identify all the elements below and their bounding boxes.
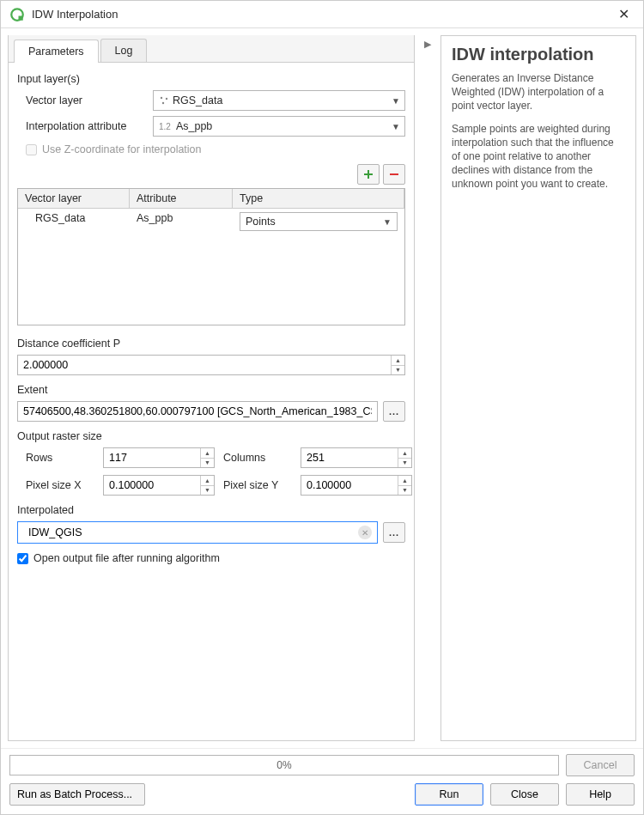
clear-icon[interactable]: ✕ xyxy=(358,526,372,539)
titlebar: IDW Interpolation ✕ xyxy=(1,1,643,28)
open-output-checkbox[interactable] xyxy=(17,553,28,564)
help-title: IDW interpolation xyxy=(452,45,625,64)
svg-rect-7 xyxy=(390,173,398,175)
cancel-button[interactable]: Cancel xyxy=(566,754,635,776)
distance-spinner[interactable]: ▲▼ xyxy=(17,355,405,375)
vector-layer-value: RGS_data xyxy=(173,94,222,106)
collapse-help-button[interactable]: ▶ xyxy=(422,35,434,741)
extent-browse-button[interactable]: ... xyxy=(383,401,405,422)
distance-input[interactable] xyxy=(18,356,391,374)
table-header: Vector layer Attribute Type xyxy=(18,189,404,209)
interpolated-label: Interpolated xyxy=(17,504,405,516)
output-size-grid: Rows ▲▼ Columns ▲▼ Pixel size X ▲▼ xyxy=(26,447,405,496)
cols-label: Columns xyxy=(223,452,292,464)
add-layer-button[interactable] xyxy=(357,164,380,185)
col-vector-header[interactable]: Vector layer xyxy=(18,189,130,208)
output-size-label: Output raster size xyxy=(17,430,405,442)
left-panel: Parameters Log Input layer(s) Vector lay… xyxy=(8,35,415,741)
progress-text: 0% xyxy=(276,759,291,771)
progress-bar: 0% xyxy=(9,755,559,775)
add-remove-buttons xyxy=(17,164,405,185)
parameters-panel: Input layer(s) Vector layer xyxy=(9,63,414,740)
close-button[interactable]: Close xyxy=(490,783,559,806)
open-output-label: Open output file after running algorithm xyxy=(33,552,220,564)
open-output-row: Open output file after running algorithm xyxy=(17,552,405,564)
table-row[interactable]: RGS_data As_ppb Points ▼ xyxy=(18,209,404,234)
help-button[interactable]: Help xyxy=(566,783,635,806)
col-type-header[interactable]: Type xyxy=(233,189,404,208)
tab-log[interactable]: Log xyxy=(100,39,148,62)
use-z-row: Use Z-coordinate for interpolation xyxy=(26,143,405,155)
dialog-window: IDW Interpolation ✕ Parameters Log Input… xyxy=(0,0,644,815)
interp-attr-row: Interpolation attribute 1.2 As_ppb ▼ xyxy=(17,116,405,137)
px-y-input[interactable] xyxy=(301,476,398,495)
qgis-logo-icon xyxy=(9,7,25,22)
px-x-spinner[interactable]: ▲▼ xyxy=(103,475,215,496)
px-x-label: Pixel size X xyxy=(26,479,94,491)
close-icon[interactable]: ✕ xyxy=(613,6,635,22)
interpolated-browse-button[interactable]: ... xyxy=(383,522,405,543)
input-layers-label: Input layer(s) xyxy=(17,73,405,85)
interp-attr-value: As_ppb xyxy=(176,120,212,132)
window-title: IDW Interpolation xyxy=(32,8,613,21)
use-z-label: Use Z-coordinate for interpolation xyxy=(42,143,202,155)
run-button[interactable]: Run xyxy=(415,783,483,806)
px-y-label: Pixel size Y xyxy=(223,479,292,491)
cell-type-value: Points xyxy=(246,216,276,228)
interpolated-field[interactable]: ✕ xyxy=(17,521,378,544)
rows-label: Rows xyxy=(26,452,94,464)
cols-input[interactable] xyxy=(301,448,398,467)
chevron-down-icon: ▼ xyxy=(383,217,392,227)
interpolated-input[interactable] xyxy=(23,522,358,543)
dialog-body: Parameters Log Input layer(s) Vector lay… xyxy=(1,28,643,748)
footer: 0% Cancel Run as Batch Process... Run Cl… xyxy=(1,748,643,814)
field-type-prefix: 1.2 xyxy=(159,122,171,131)
vector-layer-label: Vector layer xyxy=(26,94,146,106)
distance-label: Distance coefficient P xyxy=(17,338,405,350)
svg-point-3 xyxy=(166,98,167,100)
tab-bar: Parameters Log xyxy=(9,35,414,63)
extent-input[interactable] xyxy=(17,401,378,422)
col-attribute-header[interactable]: Attribute xyxy=(130,189,233,208)
points-icon xyxy=(159,95,169,106)
px-x-input[interactable] xyxy=(104,476,200,495)
spin-buttons[interactable]: ▲▼ xyxy=(391,356,404,374)
help-panel: IDW interpolation Generates an Inverse D… xyxy=(440,35,636,741)
tab-parameters[interactable]: Parameters xyxy=(14,40,99,63)
remove-layer-button[interactable] xyxy=(383,164,405,185)
help-paragraph-1: Generates an Inverse Distance Weighted (… xyxy=(452,71,625,113)
cell-attribute: As_ppb xyxy=(130,209,233,234)
rows-spinner[interactable]: ▲▼ xyxy=(103,447,215,468)
svg-rect-6 xyxy=(364,173,373,175)
extent-label: Extent xyxy=(17,384,405,396)
cols-spinner[interactable]: ▲▼ xyxy=(301,447,412,468)
rows-input[interactable] xyxy=(104,448,200,467)
px-y-spinner[interactable]: ▲▼ xyxy=(301,475,412,496)
help-paragraph-2: Sample points are weighted during interp… xyxy=(452,122,625,192)
svg-rect-1 xyxy=(19,15,23,20)
vector-layer-combo[interactable]: RGS_data ▼ xyxy=(153,90,405,111)
cell-vector: RGS_data xyxy=(18,209,130,234)
layers-table: Vector layer Attribute Type RGS_data As_… xyxy=(17,188,405,325)
cell-type-combo[interactable]: Points ▼ xyxy=(240,212,398,231)
svg-point-4 xyxy=(162,102,164,104)
svg-point-2 xyxy=(161,97,162,99)
interp-attr-label: Interpolation attribute xyxy=(26,120,146,132)
batch-button[interactable]: Run as Batch Process... xyxy=(9,783,145,806)
interp-attr-combo[interactable]: 1.2 As_ppb ▼ xyxy=(153,116,405,137)
use-z-checkbox[interactable] xyxy=(26,144,37,155)
vector-layer-row: Vector layer RGS_data xyxy=(17,90,405,111)
